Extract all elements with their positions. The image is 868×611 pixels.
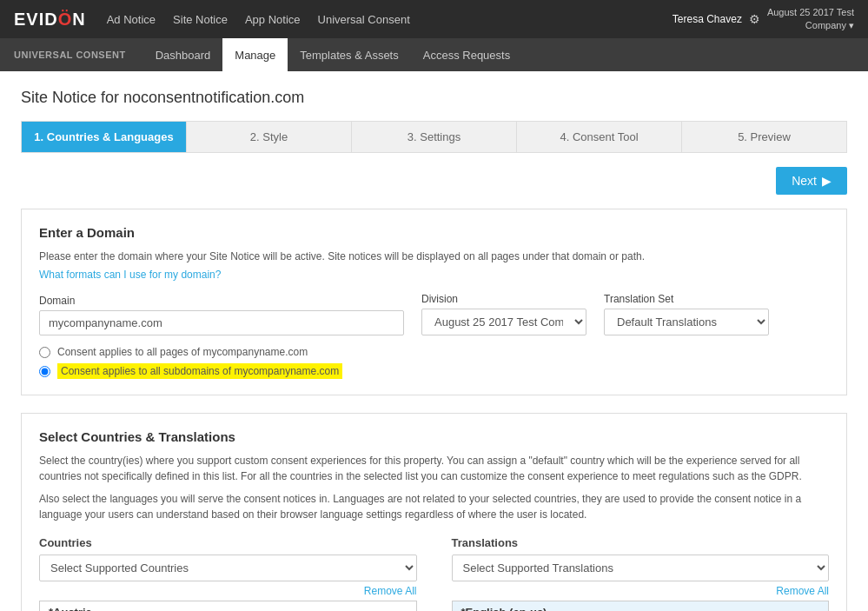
countries-section: Select Countries & Translations Select t… (21, 413, 847, 611)
countries-col: Countries Select Supported Countries Rem… (39, 536, 417, 611)
countries-title: Select Countries & Translations (39, 429, 829, 444)
translation-select[interactable]: Default Translations (604, 309, 769, 335)
translation-label: Translation Set (604, 293, 769, 305)
translations-remove-all[interactable]: Remove All (776, 585, 829, 597)
logo-dot: Ö (58, 10, 73, 29)
countries-select-row: Select Supported Countries (39, 555, 417, 581)
translations-select-row: Select Supported Translations (452, 555, 830, 581)
countries-col-label: Countries (39, 536, 417, 549)
ad-notice-link[interactable]: Ad Notice (107, 13, 156, 26)
universal-consent-link[interactable]: Universal Consent (318, 13, 410, 26)
sub-nav-links: Dashboard Manage Templates & Assets Acce… (143, 38, 522, 71)
domain-label: Domain (39, 295, 404, 307)
radio-subdomains[interactable]: Consent applies to all subdomains of myc… (39, 363, 829, 379)
list-item[interactable]: *English (en-us) (453, 601, 829, 611)
sub-nav-brand: UNIVERSAL CONSENT (14, 50, 126, 60)
sub-navigation: UNIVERSAL CONSENT Dashboard Manage Templ… (0, 38, 868, 71)
page-title: Site Notice for noconsentnotification.co… (21, 89, 847, 107)
division-field-group: Division August 25 2017 Test Company (421, 293, 586, 335)
domain-form-row: Domain Division August 25 2017 Test Comp… (39, 293, 829, 335)
division-label: Division (421, 293, 586, 305)
logo: EVIDÖN (14, 10, 86, 30)
top-nav-links: Ad Notice Site Notice App Notice Univers… (107, 13, 673, 26)
step-tab-2[interactable]: 2. Style (187, 122, 352, 152)
sub-nav-dashboard[interactable]: Dashboard (143, 38, 223, 71)
division-select[interactable]: August 25 2017 Test Company (421, 309, 586, 335)
step-tab-3[interactable]: 3. Settings (352, 122, 517, 152)
list-item[interactable]: *Austria (40, 601, 416, 611)
sub-nav-manage[interactable]: Manage (222, 38, 288, 71)
countries-desc1: Select the country(ies) where you suppor… (39, 453, 829, 484)
countries-list-box[interactable]: *Austria Albania Belgium Bosnia & Herzeg… (39, 601, 417, 611)
countries-remove-all[interactable]: Remove All (364, 585, 417, 597)
two-col-row: Countries Select Supported Countries Rem… (39, 536, 829, 611)
translations-remove-all-row: Remove All (452, 585, 830, 597)
enter-domain-section: Enter a Domain Please enter the domain w… (21, 209, 847, 395)
next-button[interactable]: Next ▶ (776, 167, 847, 195)
countries-select[interactable]: Select Supported Countries (39, 555, 417, 581)
next-button-row: Next ▶ (21, 167, 847, 195)
sub-nav-templates[interactable]: Templates & Assets (288, 38, 410, 71)
domain-format-link[interactable]: What formats can I use for my domain? (39, 269, 221, 281)
translation-field-group: Translation Set Default Translations (604, 293, 769, 335)
step-tab-5[interactable]: 5. Preview (682, 122, 846, 152)
app-notice-link[interactable]: App Notice (245, 13, 301, 26)
radio-all-pages[interactable]: Consent applies to all pages of mycompan… (39, 346, 829, 358)
company-caret: ▾ (849, 20, 854, 30)
translations-col-label: Translations (452, 536, 830, 549)
domain-input[interactable] (39, 310, 404, 335)
sub-nav-access[interactable]: Access Requests (411, 38, 522, 71)
enter-domain-title: Enter a Domain (39, 225, 829, 240)
step-tab-1[interactable]: 1. Countries & Languages (22, 122, 187, 152)
top-nav-right: Teresa Chavez ⚙ August 25 2017 Test Comp… (673, 6, 854, 33)
radio-all-pages-label: Consent applies to all pages of mycompan… (57, 346, 308, 358)
radio-subdomains-label: Consent applies to all subdomains of myc… (57, 363, 342, 379)
gear-icon[interactable]: ⚙ (749, 12, 760, 26)
radio-subdomains-input[interactable] (39, 366, 50, 377)
company-selector[interactable]: August 25 2017 Test Company ▾ (767, 6, 854, 33)
site-notice-link[interactable]: Site Notice (173, 13, 228, 26)
company-line2: Company ▾ (767, 19, 854, 32)
translations-col: Translations Select Supported Translatio… (452, 536, 830, 611)
arrow-right-icon: ▶ (822, 174, 832, 188)
countries-desc2: Also select the languages you will serve… (39, 491, 829, 522)
user-name: Teresa Chavez (673, 13, 742, 25)
radio-options: Consent applies to all pages of mycompan… (39, 346, 829, 379)
main-content: Site Notice for noconsentnotification.co… (0, 71, 868, 611)
countries-remove-all-row: Remove All (39, 585, 417, 597)
domain-field-group: Domain (39, 295, 404, 335)
translations-list-box[interactable]: *English (en-us) Arabic (ar) Armenian (h… (452, 601, 830, 611)
step-tabs: 1. Countries & Languages 2. Style 3. Set… (21, 121, 847, 153)
step-tab-4[interactable]: 4. Consent Tool (517, 122, 682, 152)
radio-all-pages-input[interactable] (39, 347, 50, 358)
company-line1: August 25 2017 Test (767, 6, 854, 19)
top-navigation: EVIDÖN Ad Notice Site Notice App Notice … (0, 0, 868, 38)
translations-select[interactable]: Select Supported Translations (452, 555, 830, 581)
enter-domain-desc: Please enter the domain where your Site … (39, 249, 829, 264)
